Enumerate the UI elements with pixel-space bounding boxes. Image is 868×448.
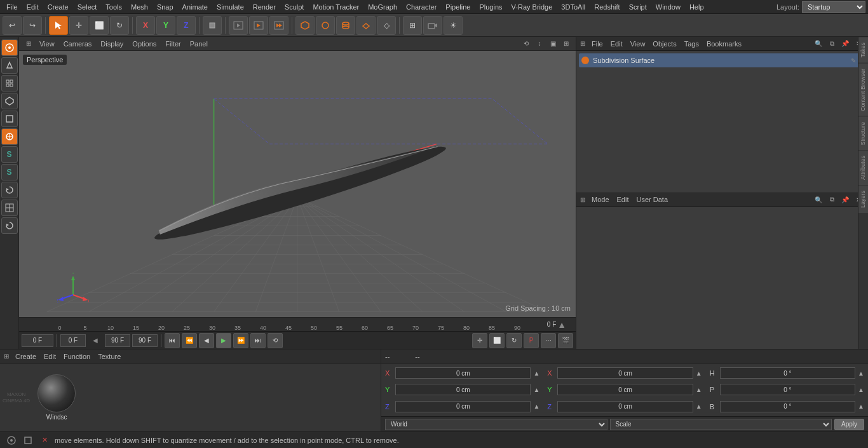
object-mode-button[interactable] bbox=[203, 16, 222, 35]
menu-mesh[interactable]: Mesh bbox=[127, 2, 152, 12]
objects-menu-file[interactable]: File bbox=[588, 39, 607, 49]
menu-file[interactable]: File bbox=[3, 2, 22, 12]
go-start-button[interactable]: ⏮ bbox=[165, 333, 180, 348]
light-button[interactable]: ☀ bbox=[444, 16, 463, 35]
coord-p-arrow[interactable]: ▲ bbox=[858, 386, 864, 393]
coord-p-rot[interactable] bbox=[720, 384, 855, 395]
start-frame-input[interactable] bbox=[60, 334, 86, 347]
viewport-menu-options[interactable]: Options bbox=[128, 39, 160, 49]
menu-animate[interactable]: Animate bbox=[179, 2, 212, 12]
go-end-button[interactable]: ⏭ bbox=[250, 333, 266, 348]
viewport-grid-icon[interactable]: ⊞ bbox=[23, 38, 34, 50]
menu-mograph[interactable]: MoGraph bbox=[364, 2, 401, 12]
coord-z-size-arrow[interactable]: ▲ bbox=[696, 403, 702, 410]
mat-menu-edit[interactable]: Edit bbox=[40, 351, 60, 362]
menu-render[interactable]: Render bbox=[249, 2, 280, 12]
play-button[interactable]: ▶ bbox=[216, 333, 231, 348]
render-region-button[interactable] bbox=[229, 16, 248, 35]
curve-button[interactable]: ◇ bbox=[377, 16, 396, 35]
menu-create[interactable]: Create bbox=[44, 2, 72, 12]
rotate-button[interactable]: ↻ bbox=[110, 16, 129, 35]
redo-button[interactable]: ↪ bbox=[23, 16, 42, 35]
coord-z-pos-arrow[interactable]: ▲ bbox=[533, 403, 539, 410]
sphere-button[interactable] bbox=[316, 16, 335, 35]
attr-pin-icon[interactable]: 📌 bbox=[839, 194, 851, 205]
attr-search-icon[interactable]: 🔍 bbox=[813, 194, 824, 205]
plane-button[interactable] bbox=[356, 16, 376, 35]
tab-attributes[interactable]: Attributes bbox=[858, 150, 868, 185]
current-frame-input[interactable] bbox=[22, 334, 53, 347]
coord-x-pos[interactable] bbox=[395, 367, 531, 379]
menu-sculpt[interactable]: Sculpt bbox=[281, 2, 308, 12]
grid-view-button[interactable]: ⊞ bbox=[403, 16, 422, 35]
step-forward-button[interactable]: ⏩ bbox=[233, 333, 248, 348]
viewport-icon-3[interactable]: ▣ bbox=[547, 38, 559, 50]
status-icon-2[interactable] bbox=[22, 434, 34, 447]
coord-y-pos[interactable] bbox=[395, 384, 531, 395]
viewport-menu-view[interactable]: View bbox=[36, 39, 58, 49]
render-all-button[interactable] bbox=[269, 16, 288, 35]
sidebar-mode-4[interactable] bbox=[1, 93, 18, 109]
objects-copy-icon[interactable]: ⧉ bbox=[826, 38, 837, 50]
camera-button[interactable] bbox=[423, 16, 442, 35]
sidebar-mode-7[interactable]: S bbox=[1, 146, 18, 163]
sidebar-mode-3[interactable] bbox=[1, 75, 18, 92]
y-axis-button[interactable]: Y bbox=[156, 16, 175, 35]
sidebar-mode-8[interactable]: S bbox=[1, 164, 18, 180]
menu-character[interactable]: Character bbox=[402, 2, 440, 12]
attr-menu-mode[interactable]: Mode bbox=[588, 194, 613, 205]
coord-z-pos[interactable] bbox=[395, 401, 531, 412]
cube-button[interactable] bbox=[295, 16, 315, 35]
scale-button[interactable]: ⬜ bbox=[90, 16, 109, 35]
loop-button[interactable]: ⟲ bbox=[268, 333, 283, 348]
coord-x-pos-arrow[interactable]: ▲ bbox=[533, 370, 539, 377]
menu-3dtoall[interactable]: 3DToAll bbox=[557, 2, 589, 12]
status-icon-3[interactable]: ✕ bbox=[38, 434, 51, 447]
scale-dropdown[interactable]: Scale bbox=[610, 419, 832, 430]
sidebar-mode-9[interactable] bbox=[1, 182, 18, 198]
coord-x-size[interactable] bbox=[557, 367, 693, 379]
coord-b-arrow[interactable]: ▲ bbox=[858, 403, 864, 410]
viewport-menu-panel[interactable]: Panel bbox=[186, 39, 212, 49]
viewport-menu-filter[interactable]: Filter bbox=[161, 39, 184, 49]
menu-simulate[interactable]: Simulate bbox=[213, 2, 248, 12]
end-frame-input2[interactable] bbox=[132, 334, 158, 347]
coord-z-size[interactable] bbox=[557, 401, 693, 412]
material-item-windsc[interactable]: Windsc bbox=[37, 374, 76, 421]
viewport-icon-4[interactable]: ⊞ bbox=[560, 38, 572, 50]
play-reverse-button[interactable]: ◀ bbox=[199, 333, 214, 348]
tab-structure[interactable]: Structure bbox=[858, 116, 868, 151]
select-mode-button[interactable] bbox=[49, 16, 68, 35]
step-back-button[interactable]: ⏪ bbox=[182, 333, 197, 348]
status-icon-1[interactable] bbox=[5, 434, 18, 447]
viewport-menu-cameras[interactable]: Cameras bbox=[60, 39, 96, 49]
tc-btn-film[interactable]: 🎬 bbox=[558, 333, 573, 348]
tab-takes[interactable]: Takes bbox=[858, 37, 868, 63]
undo-button[interactable]: ↩ bbox=[3, 16, 22, 35]
object-row-subdivision[interactable]: Subdivision Surface ✎ ✓ bbox=[579, 53, 865, 67]
menu-snap[interactable]: Snap bbox=[153, 2, 177, 12]
coord-y-size-arrow[interactable]: ▲ bbox=[696, 386, 702, 393]
mat-menu-texture[interactable]: Texture bbox=[94, 351, 125, 362]
objects-search-icon[interactable]: 🔍 bbox=[813, 38, 824, 50]
viewport-icon-1[interactable]: ⟲ bbox=[520, 38, 532, 50]
sidebar-mode-11[interactable] bbox=[1, 217, 18, 234]
coord-h-arrow[interactable]: ▲ bbox=[858, 370, 864, 377]
move-button[interactable]: ✛ bbox=[69, 16, 88, 35]
tab-layers[interactable]: Layers bbox=[858, 185, 868, 213]
menu-select[interactable]: Select bbox=[74, 2, 101, 12]
objects-menu-tags[interactable]: Tags bbox=[681, 39, 703, 49]
timeline[interactable]: 0 5 10 15 20 25 30 35 40 45 50 55 60 65 bbox=[19, 317, 576, 331]
render-view-button[interactable] bbox=[249, 16, 268, 35]
objects-menu-edit[interactable]: Edit bbox=[607, 39, 627, 49]
apply-button[interactable]: Apply bbox=[834, 419, 864, 430]
objects-pin-icon[interactable]: 📌 bbox=[839, 38, 851, 50]
coord-x-size-arrow[interactable]: ▲ bbox=[696, 370, 702, 377]
z-axis-button[interactable]: Z bbox=[177, 16, 196, 35]
mat-menu-create[interactable]: Create bbox=[11, 351, 40, 362]
sidebar-mode-2[interactable] bbox=[1, 57, 18, 74]
tc-btn-key[interactable]: ⬜ bbox=[489, 333, 505, 348]
sidebar-mode-5[interactable] bbox=[1, 111, 18, 127]
tc-btn-move[interactable]: ✛ bbox=[472, 333, 487, 348]
attr-menu-edit[interactable]: Edit bbox=[613, 194, 633, 205]
